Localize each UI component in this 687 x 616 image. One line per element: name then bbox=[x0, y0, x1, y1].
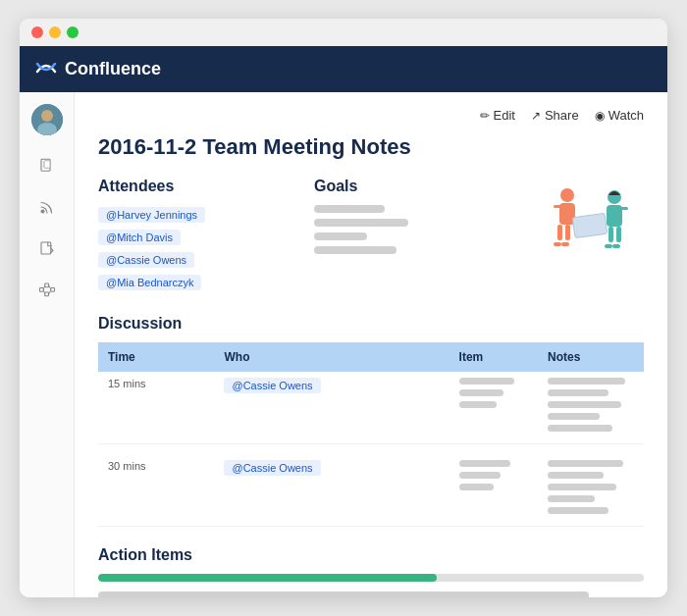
notes-line bbox=[548, 484, 616, 490]
notes-line bbox=[548, 495, 595, 502]
close-button[interactable] bbox=[31, 26, 43, 38]
svg-rect-6 bbox=[44, 161, 50, 169]
notes-line bbox=[548, 425, 612, 432]
action-line bbox=[98, 591, 589, 597]
two-col-section: Attendees @Harvey Jennings @Mitch Davis … bbox=[98, 178, 644, 295]
svg-rect-28 bbox=[620, 207, 628, 210]
item-line bbox=[459, 378, 514, 385]
svg-rect-9 bbox=[39, 288, 43, 292]
page-title: 2016-11-2 Team Meeting Notes bbox=[98, 134, 644, 160]
sidebar-item-pages[interactable] bbox=[36, 155, 58, 177]
team-illustration bbox=[536, 178, 644, 266]
edit-label: Edit bbox=[494, 108, 515, 123]
svg-rect-10 bbox=[44, 283, 48, 287]
svg-line-14 bbox=[43, 290, 45, 294]
action-items-title: Action Items bbox=[98, 546, 644, 564]
item-line bbox=[459, 484, 494, 490]
content-area: ✏ Edit ↗ Share ◉ Watch 2016-11-2 Team Me… bbox=[75, 92, 667, 597]
discussion-table: Time Who Item Notes 15 mins @Cassie Owen… bbox=[98, 342, 644, 527]
progress-bar-container bbox=[98, 574, 644, 582]
sidebar-item-feed[interactable] bbox=[36, 196, 58, 218]
svg-rect-20 bbox=[557, 225, 562, 240]
row1-who-tag[interactable]: @Cassie Owens bbox=[224, 378, 320, 393]
item-line bbox=[459, 460, 511, 467]
svg-rect-32 bbox=[612, 244, 620, 248]
row1-who: @Cassie Owens bbox=[214, 372, 449, 444]
row1-notes bbox=[538, 372, 644, 444]
app-header: Confluence bbox=[20, 46, 667, 92]
title-bar bbox=[20, 19, 667, 46]
watch-icon: ◉ bbox=[595, 109, 605, 123]
goals-section: Goals bbox=[314, 178, 432, 295]
discussion-section: Discussion Time Who Item Notes 15 mi bbox=[98, 315, 644, 527]
row1-time: 15 mins bbox=[98, 372, 214, 444]
action-items-section: Action Items bbox=[98, 546, 644, 597]
watch-label: Watch bbox=[608, 108, 644, 123]
svg-rect-31 bbox=[605, 244, 612, 248]
svg-rect-19 bbox=[554, 205, 561, 208]
table-row: 30 mins @Cassie Owens bbox=[98, 444, 644, 527]
table-header-row: Time Who Item Notes bbox=[98, 342, 644, 372]
svg-rect-27 bbox=[607, 205, 622, 227]
attendee-tag[interactable]: @Mitch Davis bbox=[98, 230, 181, 245]
svg-rect-8 bbox=[41, 242, 51, 254]
attendee-tag[interactable]: @Cassie Owens bbox=[98, 252, 194, 268]
row2-notes bbox=[538, 444, 644, 527]
app-window: Confluence bbox=[20, 19, 667, 597]
maximize-button[interactable] bbox=[67, 26, 79, 38]
svg-rect-29 bbox=[608, 227, 613, 242]
row2-item bbox=[449, 444, 538, 527]
sidebar-item-export[interactable] bbox=[36, 237, 58, 259]
svg-rect-30 bbox=[616, 227, 621, 242]
svg-point-7 bbox=[41, 210, 44, 213]
goal-line bbox=[314, 246, 396, 254]
avatar[interactable] bbox=[31, 104, 63, 135]
attendees-section: Attendees @Harvey Jennings @Mitch Davis … bbox=[98, 178, 294, 295]
goal-line bbox=[314, 205, 385, 213]
item-line bbox=[459, 389, 504, 396]
share-label: Share bbox=[545, 108, 579, 123]
svg-rect-22 bbox=[554, 242, 561, 246]
watch-button[interactable]: ◉ Watch bbox=[595, 108, 644, 123]
goals-lines bbox=[314, 205, 432, 254]
progress-bar-fill bbox=[98, 574, 437, 582]
share-button[interactable]: ↗ Share bbox=[531, 108, 579, 123]
svg-rect-11 bbox=[44, 292, 48, 296]
logo-text: Confluence bbox=[65, 59, 161, 79]
item-line bbox=[459, 472, 501, 479]
notes-line bbox=[548, 378, 625, 385]
row1-item bbox=[449, 372, 538, 444]
col-item: Item bbox=[449, 342, 538, 372]
attendees-title: Attendees bbox=[98, 178, 294, 195]
notes-line bbox=[548, 413, 600, 420]
edit-button[interactable]: ✏ Edit bbox=[480, 108, 515, 123]
notes-line bbox=[548, 507, 608, 514]
svg-rect-23 bbox=[561, 242, 569, 246]
row2-who-tag[interactable]: @Cassie Owens bbox=[224, 460, 320, 476]
minimize-button[interactable] bbox=[49, 26, 61, 38]
attendees-list: @Harvey Jennings @Mitch Davis @Cassie Ow… bbox=[98, 205, 294, 295]
svg-line-13 bbox=[43, 285, 45, 289]
main-layout: ✏ Edit ↗ Share ◉ Watch 2016-11-2 Team Me… bbox=[20, 92, 667, 597]
goal-line bbox=[314, 232, 367, 240]
edit-icon: ✏ bbox=[480, 109, 490, 123]
item-line bbox=[459, 401, 498, 408]
svg-rect-12 bbox=[50, 288, 54, 292]
col-notes: Notes bbox=[538, 342, 644, 372]
notes-line bbox=[548, 401, 621, 408]
confluence-logo-icon bbox=[35, 56, 57, 82]
col-time: Time bbox=[98, 342, 214, 372]
svg-rect-21 bbox=[565, 225, 570, 240]
goals-title: Goals bbox=[314, 178, 432, 195]
row2-time: 30 mins bbox=[98, 444, 214, 527]
top-actions: ✏ Edit ↗ Share ◉ Watch bbox=[98, 108, 644, 123]
sidebar-item-diagram[interactable] bbox=[36, 279, 58, 300]
sidebar bbox=[20, 92, 75, 597]
attendee-tag[interactable]: @Harvey Jennings bbox=[98, 207, 205, 223]
notes-line bbox=[548, 472, 604, 479]
goal-line bbox=[314, 219, 408, 227]
confluence-logo[interactable]: Confluence bbox=[35, 56, 161, 82]
attendee-tag[interactable]: @Mia Bednarczyk bbox=[98, 275, 201, 290]
illustration bbox=[451, 178, 644, 295]
notes-line bbox=[548, 389, 608, 396]
